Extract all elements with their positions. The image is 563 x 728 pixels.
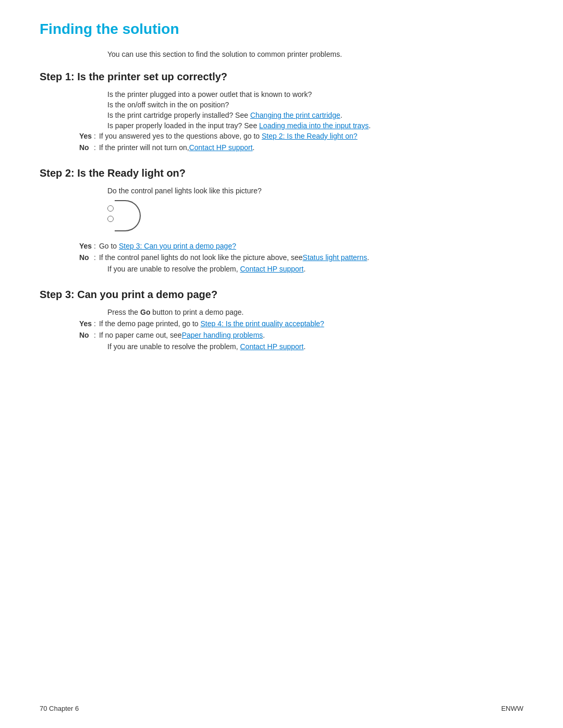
step4-link-from-step3[interactable]: Step 4: Is the print quality acceptable?	[200, 319, 324, 328]
contact-hp-link-step3[interactable]: Contact HP support	[240, 342, 303, 351]
footer-right: ENWW	[501, 705, 523, 712]
step3-line1: Press the Go button to print a demo page…	[107, 308, 523, 316]
step1-yes-line: Yes: If you answered yes to the question…	[79, 132, 523, 140]
intro-text: You can use this section to find the sol…	[107, 50, 523, 58]
step3-no-label: No	[79, 331, 94, 339]
panel-arc-shape	[115, 200, 141, 231]
contact-hp-link-step1[interactable]: Contact HP support	[189, 143, 253, 152]
changing-cartridge-link[interactable]: Changing the print cartridge	[250, 111, 340, 119]
step1-yes-text: If you answered yes to the questions abo…	[99, 132, 260, 140]
step2-section: Step 2: Is the Ready light on? Do the co…	[40, 167, 523, 273]
control-panel-diagram	[107, 200, 523, 231]
step1-no-line: No: If the printer will not turn on, Con…	[79, 143, 523, 152]
step1-line3: Is the print cartridge properly installe…	[107, 111, 523, 119]
step3-line1-pre: Press the	[107, 308, 140, 316]
step3-no-text: If no paper came out, see	[99, 331, 182, 339]
step3-section: Step 3: Can you print a demo page? Press…	[40, 289, 523, 351]
lights-column	[107, 205, 114, 226]
step2-heading: Step 2: Is the Ready light on?	[40, 167, 523, 179]
page-footer: 70 Chapter 6 ENWW	[40, 705, 523, 712]
step2-yes-text: Go to	[99, 242, 117, 250]
step1-line3-text: Is the print cartridge properly installe…	[107, 111, 250, 119]
step2-no-sub: If you are unable to resolve the problem…	[107, 265, 523, 273]
step1-heading: Step 1: Is the printer set up correctly?	[40, 71, 523, 83]
step2-no-line: No: If the control panel lights do not l…	[79, 253, 523, 262]
step3-link-from-step2[interactable]: Step 3: Can you print a demo page?	[119, 242, 236, 250]
step2-no-label: No	[79, 253, 94, 262]
step1-no-label: No	[79, 143, 94, 152]
step1-no-text: If the printer will not turn on,	[99, 143, 189, 152]
step1-yes-label: Yes	[79, 132, 94, 140]
step3-no-sub: If you are unable to resolve the problem…	[107, 342, 523, 351]
step3-yes-label: Yes	[79, 319, 94, 328]
step3-go-bold: Go	[140, 308, 150, 316]
step1-line1: Is the printer plugged into a power outl…	[107, 90, 523, 98]
light-dot-top	[107, 205, 114, 212]
step3-heading: Step 3: Can you print a demo page?	[40, 289, 523, 301]
page-title: Finding the solution	[40, 21, 523, 38]
step3-yes-text: If the demo page printed, go to	[99, 319, 199, 328]
footer-left: 70 Chapter 6	[40, 705, 79, 712]
step1-section: Step 1: Is the printer set up correctly?…	[40, 71, 523, 152]
step2-yes-line: Yes: Go to Step 3: Can you print a demo …	[79, 242, 523, 250]
step2-line1: Do the control panel lights look like th…	[107, 187, 523, 195]
step3-yes-line: Yes: If the demo page printed, go to Ste…	[79, 319, 523, 328]
status-light-patterns-link[interactable]: Status light patterns	[303, 253, 368, 262]
step2-no-text: If the control panel lights do not look …	[99, 253, 303, 262]
step3-no-sub-text: If you are unable to resolve the problem…	[107, 342, 240, 351]
page-container: Finding the solution You can use this se…	[0, 0, 563, 408]
step1-line2: Is the on/off switch in the on position?	[107, 101, 523, 109]
step1-line4: Is paper properly loaded in the input tr…	[107, 121, 523, 130]
step2-link-from-step1[interactable]: Step 2: Is the Ready light on?	[262, 132, 358, 140]
step2-yes-label: Yes	[79, 242, 94, 250]
loading-media-link[interactable]: Loading media into the input trays	[259, 121, 369, 130]
step2-no-sub-text: If you are unable to resolve the problem…	[107, 265, 240, 273]
step1-line4-text: Is paper properly loaded in the input tr…	[107, 121, 259, 130]
paper-handling-link[interactable]: Paper handling problems	[182, 331, 263, 339]
contact-hp-link-step2[interactable]: Contact HP support	[240, 265, 303, 273]
step3-line1-post: button to print a demo page.	[150, 308, 243, 316]
light-dot-bottom	[107, 216, 114, 222]
step3-no-line: No: If no paper came out, see Paper hand…	[79, 331, 523, 339]
